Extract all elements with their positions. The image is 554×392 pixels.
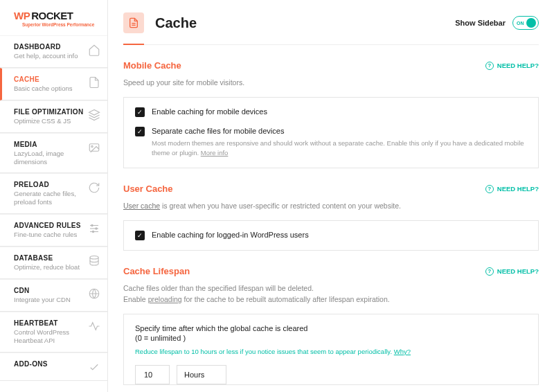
nav-title: PRELOAD bbox=[14, 181, 88, 188]
rocket-icon bbox=[88, 361, 100, 373]
svg-point-9 bbox=[90, 256, 98, 260]
user-cache-desc: User cache is great when you have user-s… bbox=[123, 201, 539, 212]
nav-title: ADD-ONS bbox=[14, 360, 88, 368]
lifespan-title: Cache Lifespan bbox=[123, 266, 190, 276]
help-icon: ? bbox=[485, 267, 494, 276]
logo-rocket: ROCKET bbox=[31, 10, 73, 21]
nav-subtitle: LazyLoad, image dimensions bbox=[14, 150, 88, 166]
nav-title: DATABASE bbox=[14, 254, 88, 262]
image-icon bbox=[88, 141, 100, 154]
user-caching-label: Enable caching for logged-in WordPress u… bbox=[152, 231, 309, 239]
separate-cache-checkbox[interactable]: ✓ bbox=[135, 127, 145, 136]
nav-subtitle: Optimize CSS & JS bbox=[14, 117, 88, 125]
nav-title: FILE OPTIMIZATION bbox=[14, 108, 88, 116]
mobile-desc: Speed up your site for mobile visitors. bbox=[123, 78, 539, 89]
svg-point-2 bbox=[91, 145, 93, 147]
user-cache-link[interactable]: User cache bbox=[123, 202, 160, 210]
lifespan-hint: Reduce lifespan to 10 hours or less if y… bbox=[135, 348, 527, 355]
sidebar-item-file-optimization[interactable]: FILE OPTIMIZATIONOptimize CSS & JS bbox=[0, 100, 107, 133]
logo-wp: WP bbox=[14, 10, 30, 21]
home-icon bbox=[88, 44, 100, 56]
page-title: Cache bbox=[155, 15, 197, 31]
sidebar-item-media[interactable]: MEDIALazyLoad, image dimensions bbox=[0, 133, 107, 174]
stack-icon bbox=[88, 109, 100, 121]
sidebar-toggle[interactable]: ON bbox=[512, 16, 539, 30]
page-header: Cache Show Sidebar ON bbox=[123, 0, 539, 45]
cache-icon bbox=[123, 12, 144, 33]
user-cache-title: User Cache bbox=[123, 184, 173, 194]
need-help-label: NEED HELP? bbox=[497, 62, 539, 69]
svg-point-6 bbox=[91, 225, 93, 226]
section-cache-lifespan: Cache Lifespan ? NEED HELP? Cache files … bbox=[123, 266, 539, 385]
svg-point-7 bbox=[96, 228, 97, 229]
main-panel: Cache Show Sidebar ON Mobile Cache ? NEE… bbox=[108, 0, 554, 392]
sidebar-item-heartbeat[interactable]: HEARTBEATControl WordPress Heartbeat API bbox=[0, 312, 107, 353]
nav-title: ADVANCED RULES bbox=[14, 222, 88, 229]
toggle-knob bbox=[526, 18, 536, 28]
nav-subtitle: Optimize, reduce bloat bbox=[14, 263, 88, 271]
sidebar-item-preload[interactable]: PRELOADGenerate cache files, preload fon… bbox=[0, 173, 107, 214]
lifespan-why-link[interactable]: Why? bbox=[394, 348, 411, 355]
toggle-on-text: ON bbox=[517, 21, 524, 26]
cdn-icon bbox=[88, 287, 100, 300]
lifespan-value-input[interactable]: 10 bbox=[135, 365, 170, 384]
lifespan-need-help[interactable]: ? NEED HELP? bbox=[485, 267, 539, 276]
need-help-label: NEED HELP? bbox=[497, 185, 539, 193]
help-icon: ? bbox=[485, 185, 494, 193]
nav-title: CACHE bbox=[14, 75, 88, 83]
heartbeat-icon bbox=[88, 320, 100, 332]
sidebar-item-database[interactable]: DATABASEOptimize, reduce bloat bbox=[0, 247, 107, 279]
section-user-cache: User Cache ? NEED HELP? User cache is gr… bbox=[123, 184, 539, 251]
svg-point-8 bbox=[92, 231, 93, 233]
nav-title: HEARTBEAT bbox=[14, 319, 88, 327]
sidebar: WP ROCKET Superior WordPress Performance… bbox=[0, 0, 108, 392]
help-icon: ? bbox=[485, 62, 494, 70]
show-sidebar-label: Show Sidebar bbox=[455, 19, 506, 27]
file-icon bbox=[88, 76, 100, 89]
sidebar-item-dashboard[interactable]: DASHBOARDGet help, account info bbox=[0, 35, 107, 68]
lifespan-box: Specify time after which the global cach… bbox=[123, 314, 539, 385]
sidebar-item-advanced-rules[interactable]: ADVANCED RULESFine-tune cache rules bbox=[0, 214, 107, 247]
user-need-help[interactable]: ? NEED HELP? bbox=[485, 185, 539, 193]
lifespan-spec-sub: (0 = unlimited ) bbox=[135, 334, 527, 342]
lifespan-spec-title: Specify time after which the global cach… bbox=[135, 324, 527, 332]
mobile-caching-label: Enable caching for mobile devices bbox=[152, 107, 267, 116]
nav-subtitle: Control WordPress Heartbeat API bbox=[14, 328, 88, 345]
lifespan-desc: Cache files older than the specified lif… bbox=[123, 283, 539, 305]
nav-title: CDN bbox=[14, 287, 88, 294]
logo-tagline: Superior WordPress Performance bbox=[22, 22, 100, 27]
user-box: ✓ Enable caching for logged-in WordPress… bbox=[123, 220, 539, 251]
sliders-icon bbox=[88, 222, 100, 235]
mobile-caching-checkbox[interactable]: ✓ bbox=[135, 107, 145, 117]
mobile-box: ✓ Enable caching for mobile devices ✓ Se… bbox=[123, 97, 539, 169]
svg-marker-0 bbox=[89, 109, 100, 115]
sidebar-item-cdn[interactable]: CDNIntegrate your CDN bbox=[0, 279, 107, 312]
nav-subtitle: Integrate your CDN bbox=[14, 296, 88, 304]
nav-title: DASHBOARD bbox=[14, 43, 88, 51]
nav-subtitle: Basic cache options bbox=[14, 84, 88, 93]
sidebar-item-cache[interactable]: CACHEBasic cache options bbox=[0, 68, 107, 100]
refresh-icon bbox=[88, 181, 100, 194]
nav-subtitle: Generate cache files, preload fonts bbox=[14, 190, 88, 206]
section-mobile-cache: Mobile Cache ? NEED HELP? Speed up your … bbox=[123, 60, 539, 168]
database-icon bbox=[88, 255, 100, 267]
separate-cache-desc: Most modern themes are responsive and sh… bbox=[152, 139, 527, 159]
mobile-cache-title: Mobile Cache bbox=[123, 60, 181, 71]
separate-cache-label: Separate cache files for mobile devices bbox=[152, 127, 527, 135]
logo: WP ROCKET Superior WordPress Performance bbox=[0, 0, 107, 35]
sidebar-item-add-ons[interactable]: ADD-ONS bbox=[0, 353, 107, 381]
preloading-link[interactable]: preloading bbox=[148, 295, 182, 303]
user-caching-checkbox[interactable]: ✓ bbox=[135, 231, 145, 240]
nav-subtitle: Fine-tune cache rules bbox=[14, 231, 88, 239]
more-info-link[interactable]: More info bbox=[201, 149, 229, 157]
need-help-label: NEED HELP? bbox=[497, 267, 539, 275]
lifespan-unit-select[interactable]: Hours bbox=[177, 365, 226, 384]
nav-title: MEDIA bbox=[14, 141, 88, 148]
nav-subtitle: Get help, account info bbox=[14, 52, 88, 60]
mobile-need-help[interactable]: ? NEED HELP? bbox=[485, 62, 539, 70]
